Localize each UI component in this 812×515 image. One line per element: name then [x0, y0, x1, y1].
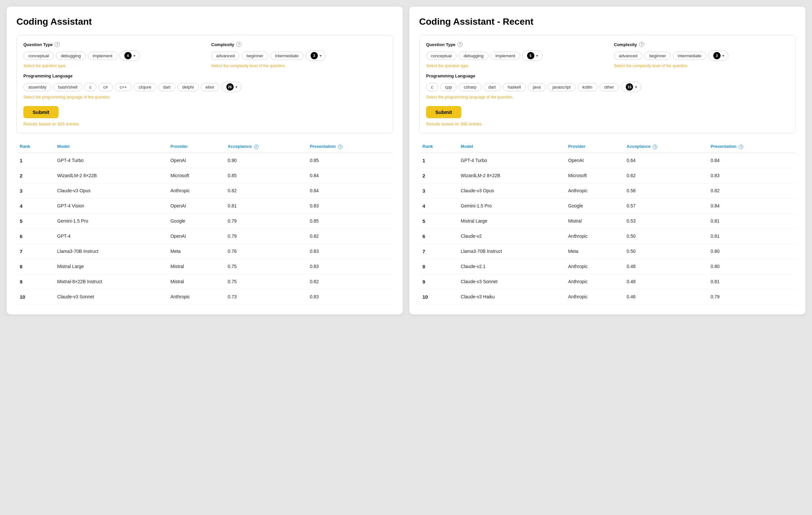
panel2-title: Coding Assistant - Recent — [419, 17, 795, 27]
tag-bash[interactable]: bash/shell — [53, 83, 83, 91]
provider-cell: OpenAI — [565, 153, 624, 168]
prog-lang-count: 26 — [226, 83, 234, 90]
table-row: 6 GPT-4 OpenAI 0.79 0.82 — [17, 228, 393, 244]
model-cell: Claude-v2 — [457, 228, 564, 244]
prog-lang-label: Programming Language — [23, 74, 386, 78]
tag-debugging-2[interactable]: debugging — [459, 52, 489, 60]
submit-button-2[interactable]: Submit — [426, 106, 461, 118]
question-type-dropdown-2[interactable]: 5 ▼ — [522, 50, 543, 61]
presentation-cell: 0.82 — [707, 183, 795, 198]
acceptance-help-icon-2[interactable]: ? — [653, 144, 657, 149]
filter-section-1: Question Type ? conceptual debugging imp… — [17, 35, 393, 133]
complexity-hint-2: Select the complexity level of the quest… — [614, 63, 789, 68]
tag-c[interactable]: c — [84, 83, 96, 91]
provider-cell: Microsoft — [167, 168, 224, 183]
tag-delphi[interactable]: delphi — [177, 83, 199, 91]
question-type-dropdown[interactable]: 4 ▼ — [119, 50, 140, 61]
question-type-help-icon-2[interactable]: ? — [457, 42, 463, 47]
presentation-help-icon-1[interactable]: ? — [338, 144, 343, 149]
table-header-2: Rank Model Provider Acceptance ? Present… — [419, 141, 795, 153]
panel1-title: Coding Assistant — [17, 17, 393, 27]
table-row: 2 WizardLM-2 8×22B Microsoft 0.62 0.83 — [419, 168, 795, 183]
tag-advanced[interactable]: advanced — [211, 52, 239, 60]
presentation-help-icon-2[interactable]: ? — [738, 144, 743, 149]
provider-cell: Google — [565, 198, 624, 213]
complexity-dropdown-2[interactable]: 3 ▼ — [708, 50, 729, 61]
acceptance-cell: 0.58 — [624, 183, 707, 198]
presentation-cell: 0.84 — [707, 153, 795, 168]
presentation-cell: 0.80 — [707, 244, 795, 259]
acceptance-cell: 0.53 — [624, 213, 707, 228]
tag-cpp[interactable]: c++ — [115, 83, 132, 91]
prog-lang-label-2: Programming Language — [426, 74, 789, 78]
table-container-2: Rank Model Provider Acceptance ? Present… — [419, 141, 795, 305]
submit-area-2: Submit Results based on 300 entries. — [426, 105, 789, 127]
tag-other-2[interactable]: other — [600, 83, 619, 91]
tag-dart-2[interactable]: dart — [484, 83, 501, 91]
complexity-label-2: Complexity ? — [614, 42, 789, 47]
acceptance-cell: 0.48 — [624, 274, 707, 289]
complexity-help-icon[interactable]: ? — [236, 42, 241, 47]
tag-conceptual[interactable]: conceptual — [23, 52, 54, 60]
tag-csharp-2[interactable]: csharp — [459, 83, 481, 91]
col-rank-2: Rank — [419, 141, 457, 153]
tag-beginner-2[interactable]: beginner — [644, 52, 671, 60]
tag-c-2[interactable]: c — [426, 83, 438, 91]
acceptance-help-icon-1[interactable]: ? — [254, 144, 259, 149]
presentation-cell: 0.80 — [707, 259, 795, 274]
tag-csharp[interactable]: c# — [98, 83, 113, 91]
prog-lang-group-2: Programming Language c cpp csharp dart h… — [426, 74, 789, 100]
presentation-cell: 0.83 — [307, 244, 393, 259]
table-row: 6 Claude-v2 Anthropic 0.50 0.81 — [419, 228, 795, 244]
table-row: 1 GPT-4 Turbo OpenAI 0.90 0.85 — [17, 153, 393, 168]
provider-cell: OpenAI — [167, 228, 224, 244]
tag-java-2[interactable]: java — [528, 83, 546, 91]
tag-intermediate[interactable]: intermediate — [270, 52, 304, 60]
coding-assistant-panel: Coding Assistant Question Type ? concept… — [7, 7, 403, 315]
tag-clojure[interactable]: clojure — [134, 83, 156, 91]
col-acceptance-2: Acceptance ? — [624, 141, 707, 153]
rank-cell: 3 — [419, 183, 457, 198]
table-row: 4 Gemini-1.5 Pro Google 0.57 0.84 — [419, 198, 795, 213]
table-row: 2 WizardLM-2 8×22B Microsoft 0.85 0.84 — [17, 168, 393, 183]
question-type-help-icon[interactable]: ? — [55, 42, 60, 47]
model-cell: Claude-v3 Sonnet — [54, 289, 167, 304]
model-cell: Claude-v2.1 — [457, 259, 564, 274]
question-type-group-2: Question Type ? conceptual debugging imp… — [426, 42, 601, 68]
tag-conceptual-2[interactable]: conceptual — [426, 52, 457, 60]
rank-cell: 5 — [17, 213, 54, 228]
tag-implement[interactable]: implement — [88, 52, 117, 60]
provider-cell: OpenAI — [167, 198, 224, 213]
prog-lang-dropdown[interactable]: 26 ▼ — [222, 82, 242, 92]
table-body-1: 1 GPT-4 Turbo OpenAI 0.90 0.85 2 WizardL… — [17, 153, 393, 305]
tag-javascript-2[interactable]: javascript — [548, 83, 575, 91]
tag-beginner[interactable]: beginner — [241, 52, 268, 60]
tag-haskell-2[interactable]: haskell — [503, 83, 526, 91]
table-header-1: Rank Model Provider Acceptance ? Present… — [17, 141, 393, 153]
submit-button-1[interactable]: Submit — [23, 106, 59, 118]
rank-cell: 2 — [419, 168, 457, 183]
tag-intermediate-2[interactable]: intermediate — [673, 52, 706, 60]
complexity-label: Complexity ? — [211, 42, 386, 47]
question-type-tags-2: conceptual debugging implement 5 ▼ — [426, 50, 601, 61]
tag-elixir[interactable]: elixir — [201, 83, 220, 91]
tag-dart[interactable]: dart — [158, 83, 175, 91]
provider-cell: Anthropic — [167, 183, 224, 198]
provider-cell: Meta — [167, 244, 224, 259]
complexity-dropdown[interactable]: 3 ▼ — [306, 50, 326, 61]
table-row: 9 Claude-v3 Sonnet Anthropic 0.48 0.81 — [419, 274, 795, 289]
tag-cpp-2[interactable]: cpp — [440, 83, 457, 91]
tag-assembly[interactable]: assembly — [23, 83, 51, 91]
tag-advanced-2[interactable]: advanced — [614, 52, 642, 60]
complexity-help-icon-2[interactable]: ? — [639, 42, 644, 47]
complexity-tags-2: advanced beginner intermediate 3 ▼ — [614, 50, 789, 61]
table-row: 8 Claude-v2.1 Anthropic 0.48 0.80 — [419, 259, 795, 274]
table-row: 5 Gemini-1.5 Pro Google 0.79 0.85 — [17, 213, 393, 228]
tag-debugging[interactable]: debugging — [56, 52, 86, 60]
presentation-cell: 0.84 — [307, 168, 393, 183]
question-type-count-2: 5 — [527, 52, 534, 59]
tag-kotlin-2[interactable]: kotlin — [577, 83, 597, 91]
chevron-down-icon-2: ▼ — [319, 54, 322, 58]
prog-lang-dropdown-2[interactable]: 15 ▼ — [621, 82, 641, 92]
tag-implement-2[interactable]: implement — [491, 52, 520, 60]
